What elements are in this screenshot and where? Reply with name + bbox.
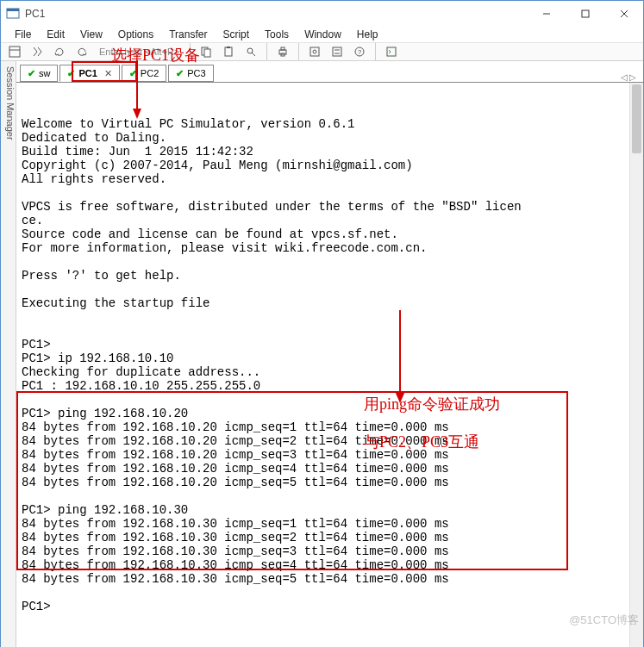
menu-options[interactable]: Options — [111, 27, 160, 42]
tab-label: PC2 — [141, 68, 159, 78]
toolbar-separator — [298, 43, 299, 60]
svg-rect-17 — [310, 47, 319, 56]
annotation-line: 用ping命令验证成功 — [364, 395, 500, 413]
tab-scroll-left-icon[interactable]: ◁ — [621, 72, 628, 82]
disconnect-icon[interactable] — [73, 43, 91, 60]
session-manager-sidebar[interactable]: Session Manager — [1, 61, 16, 647]
check-icon: ✔ — [176, 68, 184, 79]
tab-label: PC1 — [78, 68, 97, 78]
vertical-scrollbar[interactable] — [629, 83, 643, 647]
terminal[interactable]: Welcome to Virtual PC Simulator, version… — [16, 82, 643, 647]
script-icon[interactable] — [383, 43, 400, 60]
menu-transfer[interactable]: Transfer — [162, 27, 214, 42]
copy-icon[interactable] — [197, 43, 215, 60]
check-icon: ✔ — [67, 68, 75, 79]
menubar: File Edit View Options Transfer Script T… — [1, 27, 643, 42]
annotation-select-device: 选择PC1设备 — [111, 45, 200, 65]
print-icon[interactable] — [274, 43, 291, 60]
help-icon[interactable]: ? — [351, 43, 368, 60]
menu-help[interactable]: Help — [350, 27, 385, 42]
svg-rect-9 — [204, 49, 210, 57]
app-window: PC1 File Edit View Options Transfer Scri… — [0, 0, 644, 647]
menu-script[interactable]: Script — [216, 27, 256, 42]
app-icon — [6, 7, 20, 21]
minimize-button[interactable] — [527, 1, 566, 27]
properties-icon[interactable] — [328, 43, 346, 60]
tab-scroll-right-icon[interactable]: ▷ — [629, 72, 636, 82]
tab-pc3[interactable]: ✔PC3 — [168, 65, 213, 82]
tab-pc1[interactable]: ✔PC1✕ — [59, 65, 119, 82]
tab-label: sw — [39, 68, 50, 78]
tab-sw[interactable]: ✔sw — [20, 65, 58, 82]
menu-view[interactable]: View — [73, 27, 109, 42]
svg-rect-1 — [7, 9, 19, 11]
close-icon[interactable]: ✕ — [104, 68, 112, 79]
check-icon: ✔ — [28, 68, 35, 79]
svg-line-13 — [252, 53, 255, 56]
annotation-ping-verify: 用ping命令验证成功 与PC2、PC3互通 — [325, 376, 500, 470]
watermark: @51CTO博客 — [569, 613, 639, 628]
settings-icon[interactable] — [306, 43, 323, 60]
scrollbar-thumb[interactable] — [632, 84, 641, 153]
menu-edit[interactable]: Edit — [40, 27, 72, 42]
window-title: PC1 — [25, 8, 527, 20]
svg-point-18 — [313, 50, 316, 53]
toolbar-separator — [266, 43, 267, 60]
menu-tools[interactable]: Tools — [258, 27, 296, 42]
tab-pc2[interactable]: ✔PC2 — [122, 65, 166, 82]
check-icon: ✔ — [129, 68, 137, 79]
maximize-button[interactable] — [566, 1, 604, 27]
reconnect-icon[interactable] — [51, 43, 68, 60]
titlebar: PC1 — [1, 1, 643, 27]
toolbar-separator — [375, 43, 376, 60]
menu-window[interactable]: Window — [297, 27, 348, 42]
toolbar: Enter host <Alt+R> ? 选择PC1设备 — [1, 42, 643, 61]
quick-connect-icon[interactable] — [28, 43, 46, 60]
svg-rect-19 — [333, 47, 341, 56]
tab-label: PC3 — [187, 68, 205, 78]
svg-rect-24 — [387, 47, 396, 56]
paste-icon[interactable] — [220, 43, 237, 60]
close-button[interactable] — [604, 1, 643, 27]
svg-rect-15 — [281, 47, 284, 50]
menu-file[interactable]: File — [8, 27, 38, 42]
find-icon[interactable] — [242, 43, 259, 60]
session-manager-icon[interactable] — [6, 43, 23, 60]
svg-rect-6 — [9, 47, 20, 57]
svg-rect-11 — [227, 47, 230, 48]
svg-rect-10 — [225, 47, 232, 56]
annotation-line: 与PC2、PC3互通 — [364, 433, 479, 451]
svg-text:?: ? — [358, 48, 362, 56]
svg-rect-3 — [582, 10, 589, 17]
